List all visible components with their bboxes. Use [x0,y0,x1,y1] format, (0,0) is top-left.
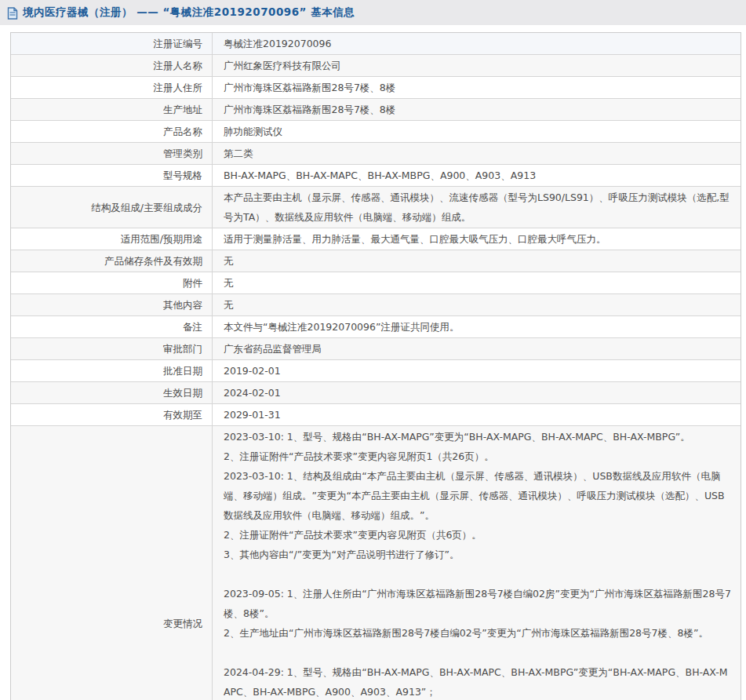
table-row: 适用范围/预期用途适用于测量肺活量、用力肺活量、最大通气量、口腔最大吸气压力、口… [11,228,741,250]
table-row: 批准日期2019-02-01 [11,360,741,382]
info-table: 注册证编号粤械注准20192070096注册人名称广州红象医疗科技有限公司注册人… [10,32,741,700]
row-value: 无 [213,272,741,293]
document-icon [7,7,18,20]
row-value: BH-AX-MAPG、BH-AX-MAPC、BH-AX-MBPG、A900、A9… [213,165,741,186]
row-value: 广州市海珠区荔福路新围28号7楼、8楼 [213,77,741,98]
row-label: 有效期至 [11,404,213,425]
row-label: 备注 [11,316,213,337]
row-value: 无 [213,250,741,272]
table-row: 管理类别第二类 [11,143,741,165]
table-row: 附件无 [11,272,741,294]
row-label: 批准日期 [11,360,213,381]
row-label: 附件 [11,272,213,293]
row-label: 适用范围/预期用途 [11,228,213,250]
table-row: 备注本文件与“粤械注准20192070096”注册证共同使用。 [11,316,741,338]
table-row: 产品储存条件及有效期无 [11,250,741,272]
table-row: 注册人名称广州红象医疗科技有限公司 [11,55,741,77]
row-value: 适用于测量肺活量、用力肺活量、最大通气量、口腔最大吸气压力、口腔最大呼气压力。 [213,228,741,250]
row-value: 2029-01-31 [213,404,741,425]
table-row: 结构及组成/主要组成成分本产品主要由主机（显示屏、传感器、通讯模块）、流速传感器… [11,187,741,228]
row-label: 生效日期 [11,382,213,403]
table-row: 注册人住所广州市海珠区荔福路新围28号7楼、8楼 [11,77,741,99]
row-value: 无 [213,294,741,315]
row-label: 审批部门 [11,338,213,359]
row-label: 注册证编号 [11,33,213,54]
row-value: 肺功能测试仪 [213,121,741,142]
table-row: 其他内容无 [11,294,741,316]
row-label: 产品储存条件及有效期 [11,250,213,272]
row-label: 产品名称 [11,121,213,142]
table-row: 有效期至2029-01-31 [11,404,741,426]
row-value: 粤械注准20192070096 [213,33,741,54]
table-row: 生产地址广州市海珠区荔福路新围28号7楼、8楼 [11,99,741,121]
row-label: 型号规格 [11,165,213,186]
row-label: 变更情况 [11,426,213,700]
page-title-bar: 境内医疗器械（注册） —— “粤械注准20192070096” 基本信息 [0,0,746,25]
table-row: 审批部门广东省药品监督管理局 [11,338,741,360]
row-label: 生产地址 [11,99,213,120]
row-value: 广东省药品监督管理局 [213,338,741,359]
row-value: 广州市海珠区荔福路新围28号7楼、8楼 [213,99,741,120]
page-title: 境内医疗器械（注册） —— “粤械注准20192070096” 基本信息 [23,5,355,20]
row-value: 2024-02-01 [213,382,741,403]
table-row: 变更情况2023-03-10: 1、型号、规格由“BH-AX-MAPG”变更为“… [11,426,741,700]
table-row: 型号规格BH-AX-MAPG、BH-AX-MAPC、BH-AX-MBPG、A90… [11,165,741,187]
table-row: 注册证编号粤械注准20192070096 [11,33,741,55]
row-value: 2019-02-01 [213,360,741,381]
row-value: 广州红象医疗科技有限公司 [213,55,741,76]
row-value: 本产品主要由主机（显示屏、传感器、通讯模块）、流速传感器（型号为LS90/LS9… [213,187,741,228]
table-row: 产品名称肺功能测试仪 [11,121,741,143]
row-label: 结构及组成/主要组成成分 [11,187,213,228]
row-label: 注册人名称 [11,55,213,76]
row-value: 第二类 [213,143,741,164]
row-value: 2023-03-10: 1、型号、规格由“BH-AX-MAPG”变更为“BH-A… [213,426,741,700]
row-label: 管理类别 [11,143,213,164]
row-value: 本文件与“粤械注准20192070096”注册证共同使用。 [213,316,741,337]
row-label: 其他内容 [11,294,213,315]
table-row: 生效日期2024-02-01 [11,382,741,404]
row-label: 注册人住所 [11,77,213,98]
